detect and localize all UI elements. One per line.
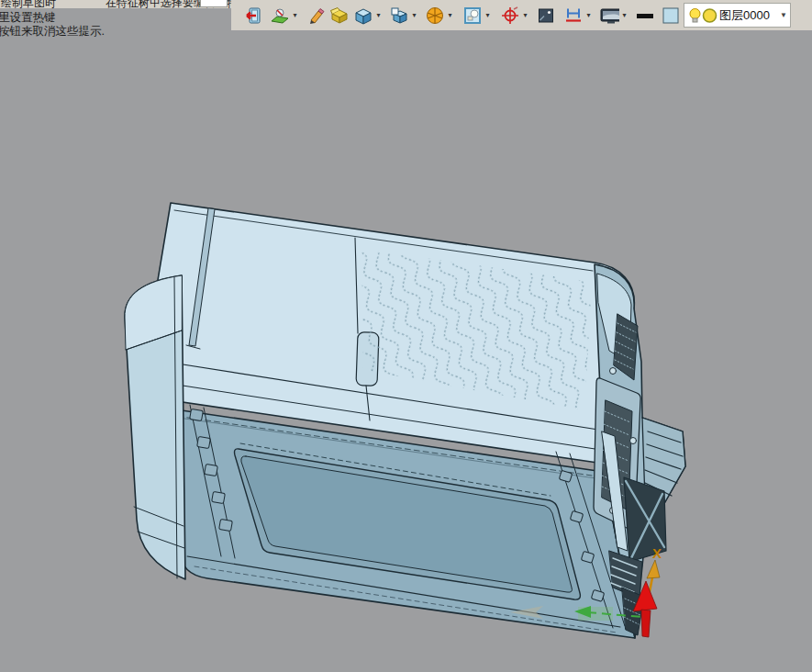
clipped-top-bar: 绘制草图时 在特征树中选择要编辑的特征 — [0, 0, 231, 8]
layer-combo-value: 图层0000 — [719, 7, 777, 24]
layer-select[interactable]: 图层0000 ▼ — [684, 3, 791, 28]
layer-color-icon — [702, 7, 717, 24]
cube-icon[interactable] — [353, 6, 373, 26]
orange-ball-icon[interactable] — [425, 6, 445, 26]
dropdown-arrow[interactable]: ▾ — [373, 6, 384, 26]
hint-line-2: 按钮来取消这些提示. — [0, 24, 105, 39]
viewport-canvas[interactable]: X — [0, 0, 812, 672]
clipped-white-box — [200, 0, 228, 7]
dropdown-arrow[interactable]: ▾ — [520, 6, 530, 26]
application-window: 绘制草图时 在特征树中选择要编辑的特征 ▾ ▾ ▾ ▾ — [0, 0, 812, 672]
exit-icon[interactable] — [242, 6, 262, 26]
light-bulb-icon — [688, 6, 702, 25]
dropdown-arrow[interactable]: ▾ — [290, 6, 300, 26]
pencil-icon[interactable] — [306, 6, 326, 26]
dropdown-arrow[interactable]: ▾ — [584, 6, 594, 26]
dark-screen-icon[interactable] — [536, 6, 556, 26]
cad-model[interactable] — [125, 203, 685, 638]
z-axis-shaft — [641, 610, 651, 637]
dropdown-arrow[interactable]: ▾ — [409, 6, 419, 26]
monitor-icon[interactable] — [599, 6, 619, 26]
dropdown-arrow[interactable]: ▾ — [483, 6, 493, 26]
main-toolbar: ▾ ▾ ▾ ▾ ▾ ▾ ▾ — [231, 0, 812, 30]
clipped-text-left: 绘制草图时 — [1, 0, 56, 8]
combo-dropdown-arrow[interactable]: ▼ — [777, 11, 790, 19]
dropdown-arrow[interactable]: ▾ — [445, 6, 455, 26]
cube-face-icon[interactable] — [389, 6, 409, 26]
line-width-icon[interactable] — [635, 6, 655, 26]
dropdown-arrow[interactable]: ▾ — [619, 6, 629, 26]
render-rotate-icon[interactable] — [270, 6, 290, 26]
dimension-icon[interactable] — [563, 6, 584, 26]
x-axis-label: X — [652, 545, 662, 561]
x-axis-arrowhead — [647, 560, 660, 578]
open-box-icon[interactable] — [329, 6, 350, 26]
color-swatch-icon[interactable] — [661, 6, 681, 26]
magnify-view-icon[interactable] — [462, 6, 483, 26]
crosshair-icon[interactable] — [500, 6, 520, 26]
